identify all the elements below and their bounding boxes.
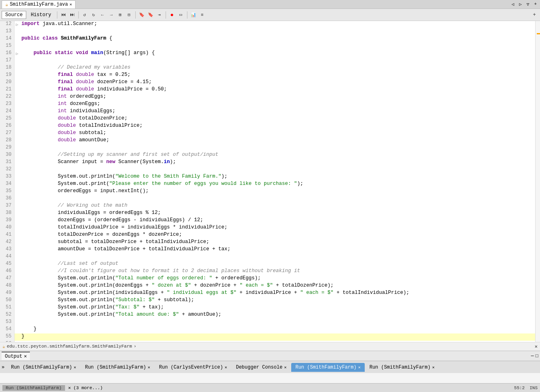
output-minimize-btn[interactable]: — (531, 353, 534, 359)
fold-button (14, 166, 20, 174)
code-line-content: } (20, 333, 535, 341)
run-tab-1-close[interactable]: ✕ (74, 365, 76, 370)
run-tab-5-close[interactable]: ✕ (432, 365, 435, 370)
breadcrumb-close-btn[interactable]: ✕ (535, 344, 538, 350)
line-number: 34 (0, 181, 14, 188)
toolbar-expand-btn[interactable]: + (530, 11, 538, 19)
toolbar-btn-back[interactable]: ← (99, 11, 107, 19)
line-number: 35 (0, 188, 14, 195)
code-line-content: int orderedEggs; (20, 94, 535, 101)
toolbar-btn-bookmark[interactable]: 🔖 (138, 11, 146, 19)
output-tab-close[interactable]: ✕ (24, 353, 27, 359)
history-tab[interactable]: History (27, 11, 55, 19)
line-number: 49 (0, 290, 14, 297)
toolbar-btn-first[interactable]: ⏮ (59, 11, 67, 19)
nav-next-btn[interactable]: ▷ (517, 1, 523, 8)
code-row: 24 int individualEggs; (0, 108, 535, 115)
source-tab[interactable]: Source (2, 11, 26, 19)
line-number: 40 (0, 224, 14, 232)
code-line-content (20, 43, 535, 50)
toolbar-btn-list[interactable]: ≡ (198, 11, 206, 19)
code-line-content (20, 28, 535, 36)
code-line-content: System.out.println("Subtotal: $" + subto… (20, 297, 535, 304)
toolbar-separator-1 (57, 11, 57, 19)
code-line-content: totalIndividualPrice = individualEggs * … (20, 224, 535, 232)
code-row: 25 double totalDozenPrice; (0, 115, 535, 123)
run-tab-debugger[interactable]: Debugger Console ✕ (232, 363, 290, 372)
toolbar-btn-forward[interactable]: → (107, 11, 116, 19)
code-row: 51 System.out.println("Tax: $" + tax); (0, 304, 535, 312)
code-row: 32 (0, 166, 535, 174)
run-tab-3[interactable]: Run (CarlysEventPrice) ✕ (155, 363, 231, 372)
run-tab-2-close[interactable]: ✕ (148, 365, 150, 370)
line-number: 54 (0, 326, 14, 333)
line-number: 30 (0, 152, 14, 159)
code-row: 14public class SmithFamilyFarm { (0, 36, 535, 43)
line-number: 19 (0, 72, 14, 79)
line-number: 37 (0, 203, 14, 210)
toolbar-btn-chart[interactable]: 📊 (189, 11, 198, 19)
code-row: 26 double totalIndividualPrice; (0, 123, 535, 130)
code-line-content: subtotal = totalDozenPrice + totalIndivi… (20, 239, 535, 246)
nav-down-btn[interactable]: ▽ (525, 1, 531, 8)
line-number: 20 (0, 79, 14, 86)
line-number: 53 (0, 319, 14, 326)
fold-button[interactable]: ▷ (14, 21, 20, 28)
line-number: 15 (0, 43, 14, 50)
code-line-content: int dozenEggs; (20, 101, 535, 108)
output-tab[interactable]: Output ✕ (2, 352, 30, 360)
line-number: 52 (0, 312, 14, 319)
fold-button (14, 246, 20, 254)
code-row: 50 System.out.println("Subtotal: $" + su… (0, 297, 535, 304)
status-bar: Run (SmithFamilyFarm) ✕ (3 more...) 55:2… (0, 383, 540, 392)
code-row: 42 subtotal = totalDozenPrice + totalInd… (0, 239, 535, 246)
fold-button (14, 195, 20, 203)
run-tab-3-close[interactable]: ✕ (225, 365, 227, 370)
run-tab-5[interactable]: Run (SmithFamilyFarm) ✕ (366, 363, 439, 372)
run-tabs-overflow-btn[interactable]: » (2, 365, 4, 370)
toolbar-btn-stop[interactable]: ● (168, 11, 176, 19)
code-line-content: double totalIndividualPrice; (20, 123, 535, 130)
code-line-content (20, 145, 535, 152)
fold-button (14, 174, 20, 181)
toolbar-btn-bookmark2[interactable]: 🔖 (147, 11, 155, 19)
status-position: 55:2 (514, 386, 525, 390)
ruler-mark-1 (537, 33, 540, 34)
run-tab-active[interactable]: Run (SmithFamilyFarm) ✕ (291, 363, 364, 372)
run-tab-2[interactable]: Run (SmithFamilyFarm) ✕ (81, 363, 154, 372)
editor-tab-smithfamilyfarm[interactable]: ☕ SmithFamilyFarm.java ✕ (2, 0, 76, 8)
line-number: 22 (0, 94, 14, 101)
code-row: 22 int orderedEggs; (0, 94, 535, 101)
toolbar-btn-rect[interactable]: ▭ (177, 11, 185, 19)
code-row: 18 // Declared my variables (0, 65, 535, 72)
toolbar-btn-last[interactable]: ⏭ (68, 11, 76, 19)
code-editor[interactable]: 12▷import java.util.Scanner;13 14public … (0, 21, 535, 342)
code-row: 35 orderedEggs = input.nextInt(); (0, 188, 535, 195)
fold-button[interactable]: ▷ (14, 50, 20, 57)
code-row: 39 dozenEggs = (orderedEggs - individual… (0, 217, 535, 224)
line-number: 27 (0, 130, 14, 137)
nav-more-btn[interactable]: + (532, 1, 538, 8)
code-line-content: System.out.println(dozenEggs + " dozen a… (20, 283, 535, 290)
code-row: 46 //I couldn't figure out how to format… (0, 268, 535, 275)
code-row: 41 totalDozenPrice = dozenEggs * dozenPr… (0, 232, 535, 239)
toolbar-btn-undo[interactable]: ↺ (81, 11, 89, 19)
fold-button (14, 224, 20, 232)
toolbar-btn-b2[interactable]: ⊟ (125, 11, 133, 19)
run-tab-debugger-close[interactable]: ✕ (284, 365, 286, 370)
line-number: 25 (0, 115, 14, 123)
fold-button (14, 43, 20, 50)
editor-tab-close[interactable]: ✕ (69, 2, 72, 7)
run-tab-1[interactable]: Run (SmithFamilyFarm) ✕ (7, 363, 80, 372)
code-line-content: individualEggs = orderedEggs % 12; (20, 210, 535, 217)
output-expand-btn[interactable]: □ (536, 353, 538, 359)
status-more-btn[interactable]: ✕ (3 more...) (68, 385, 103, 390)
toolbar-btn-b1[interactable]: ⊞ (116, 11, 124, 19)
toolbar-btn-bookmark3[interactable]: ⇥ (155, 11, 164, 19)
fold-button (14, 145, 20, 152)
run-tab-active-close[interactable]: ✕ (358, 365, 361, 370)
code-row: 33 System.out.println("Welcome to the Sm… (0, 174, 535, 181)
nav-prev-btn[interactable]: ◁ (510, 1, 516, 8)
breadcrumb-path[interactable]: edu.tstc.peyton.smithfamilyfarm.SmithFam… (7, 344, 132, 349)
toolbar-btn-redo[interactable]: ↻ (90, 11, 98, 19)
